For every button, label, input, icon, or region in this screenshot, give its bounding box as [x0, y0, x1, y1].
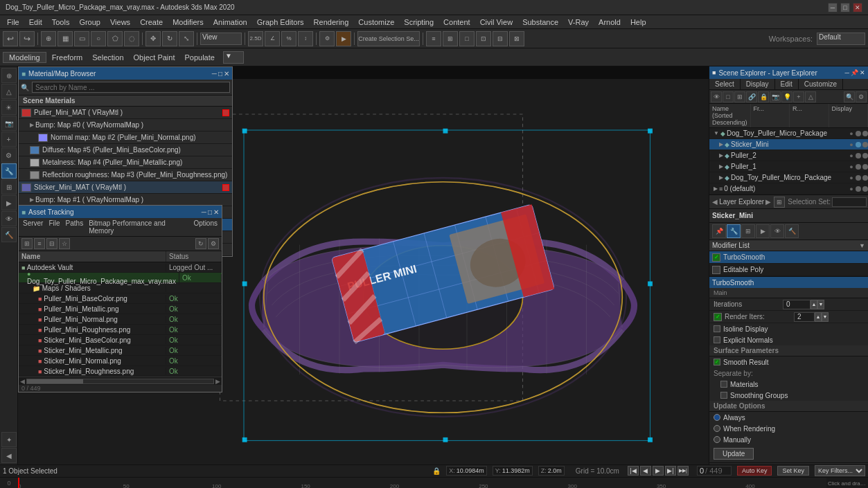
mode-modeling[interactable]: Modeling	[3, 52, 46, 63]
se-icon-box[interactable]: □	[723, 91, 734, 102]
spinner-snap-button[interactable]: ↕	[298, 31, 313, 46]
sidebar-lights-icon[interactable]: ☀	[1, 100, 17, 115]
rp-icon-pin[interactable]: 📌	[712, 224, 726, 238]
sidebar-select-icon[interactable]: ⊕	[1, 68, 17, 83]
play-btn[interactable]: ▶	[653, 466, 664, 476]
sidebar-hierarchy-icon[interactable]: ⊞	[1, 179, 17, 195]
tree-row-root[interactable]: ▼ ◆ Dog_Toy_Puller_Micro_Package ●	[709, 128, 868, 139]
mode-populate[interactable]: Populate	[180, 53, 218, 62]
materials-check[interactable]	[720, 381, 727, 388]
workspaces-dropdown[interactable]: Default	[817, 33, 865, 45]
at-row-tex-4[interactable]: ■ Puller_Mini_Roughness.png Ok	[19, 325, 222, 335]
menu-views[interactable]: Views	[106, 17, 134, 27]
sidebar-camera-icon[interactable]: 📷	[1, 116, 17, 131]
at-row-maxfile[interactable]: ● Dog_Toy_Puller_Micro_Package_max_vray.…	[19, 273, 222, 283]
obj-button-3[interactable]: ⊟	[493, 31, 508, 46]
smoothing-groups-check[interactable]	[720, 392, 727, 399]
menu-help[interactable]: Help	[626, 17, 650, 27]
timeline-bar[interactable]: 0 50 100 150 200 250 300 350 400	[18, 478, 826, 488]
tab-display[interactable]: Display	[741, 79, 775, 89]
close-button[interactable]: ✕	[853, 3, 862, 12]
layer-explorer-icon[interactable]: ⊞	[774, 197, 785, 208]
scene-manager-button[interactable]: ⊞	[443, 31, 458, 46]
tree-row-pkg[interactable]: ▶ ◆ Dog_Toy_Puller_Micro_Package ●	[709, 172, 868, 183]
search-input[interactable]	[32, 82, 230, 93]
when-rendering-radio[interactable]	[714, 425, 720, 432]
goto-end-btn[interactable]: ▶▶|	[677, 466, 689, 476]
asset-close[interactable]: ✕	[213, 208, 219, 216]
layer-explorer-nav-right[interactable]: ▶	[764, 198, 772, 206]
mod-turbosmooth[interactable]: ✓ TurboSmooth	[709, 251, 868, 264]
sidebar-shapes-icon[interactable]: △	[1, 84, 17, 99]
select-region-lasso[interactable]: ◌	[124, 31, 139, 46]
tab-customize[interactable]: Customize	[799, 79, 843, 89]
se-icon-camera[interactable]: 📷	[770, 91, 781, 102]
sticker-mat-item[interactable]: Sticker_Mini_MAT ( VRayMtl )	[19, 181, 232, 194]
se-icon-helper[interactable]: +	[793, 91, 804, 102]
at-menu-paths[interactable]: Paths	[66, 219, 84, 235]
puller-mat-item[interactable]: Puller_Mini_MAT ( VRayMtl )	[19, 107, 232, 119]
menu-modifiers[interactable]: Modifiers	[168, 17, 208, 27]
create-selection-set-button[interactable]: Create Selection Se...	[357, 31, 420, 46]
render-iters-spindown[interactable]: ▼	[822, 312, 829, 322]
scene-explorer-close[interactable]: ✕	[860, 69, 865, 76]
mode-selection[interactable]: Selection	[88, 53, 127, 62]
menu-vray[interactable]: V-Ray	[564, 17, 593, 27]
select-move-button[interactable]: ✥	[145, 31, 161, 46]
puller-bump-item[interactable]: ▶ Bump: Map #0 ( VRayNormalMap )	[19, 119, 232, 132]
at-menu-bitmap[interactable]: Bitmap Performance and Memory	[89, 219, 188, 235]
menu-graph-editors[interactable]: Graph Editors	[253, 17, 308, 27]
puller-rough-item[interactable]: Reflection roughness: Map #3 (Puller_Min…	[19, 169, 232, 181]
reference-coord-dropdown[interactable]: View	[200, 33, 242, 45]
rp-icon-motion[interactable]: ▶	[756, 224, 770, 238]
asset-minimize[interactable]: ─	[202, 208, 206, 216]
set-key-btn[interactable]: Set Key	[777, 466, 809, 476]
obj-button-2[interactable]: ⊡	[476, 31, 491, 46]
se-icon-link[interactable]: 🔗	[746, 91, 757, 102]
manually-radio[interactable]	[714, 436, 720, 443]
at-icon-settings[interactable]: ⚙	[208, 238, 219, 249]
key-filters-dropdown[interactable]: Key Filters...	[815, 465, 865, 476]
render-setup-button[interactable]: ⚙	[319, 31, 335, 46]
iterations-spindown[interactable]: ▼	[817, 300, 824, 309]
sidebar-modify-icon[interactable]: 🔧	[1, 163, 17, 179]
at-scroll-track[interactable]	[26, 379, 214, 384]
menu-tools[interactable]: Tools	[48, 17, 74, 27]
render-button[interactable]: ▶	[336, 31, 351, 46]
at-menu-server[interactable]: Server	[23, 219, 43, 235]
mod-check-ep[interactable]	[712, 266, 720, 274]
se-icon-shape[interactable]: △	[805, 91, 816, 102]
render-iters-check[interactable]: ✓	[714, 313, 722, 321]
sidebar-systems-icon[interactable]: ⚙	[1, 147, 17, 163]
menu-create[interactable]: Create	[136, 17, 167, 27]
sidebar-create-icon[interactable]: ✦	[1, 432, 17, 447]
select-region-rect[interactable]: ▭	[74, 31, 89, 46]
menu-file[interactable]: File	[3, 17, 24, 27]
at-icon-refresh[interactable]: ↻	[195, 238, 206, 249]
at-row-tex-8[interactable]: ■ Sticker_Mini_Roughness.png Ok	[19, 366, 222, 377]
at-icon-4[interactable]: ☆	[59, 238, 70, 249]
iterations-value[interactable]: 0	[783, 300, 811, 309]
undo-button[interactable]: ↩	[3, 31, 18, 46]
at-row-tex-2[interactable]: ■ Puller_Mini_Metallic.png Ok	[19, 304, 222, 314]
isoline-check[interactable]	[714, 325, 720, 332]
puller-metal-item[interactable]: Metalness: Map #4 (Puller_Mini_Metallic.…	[19, 156, 232, 169]
at-scroll-thumb[interactable]	[27, 379, 83, 383]
scene-explorer-minimize[interactable]: ─	[845, 69, 849, 76]
at-icon-1[interactable]: ⊞	[21, 238, 33, 249]
menu-scripting[interactable]: Scripting	[400, 17, 438, 27]
select-scale-button[interactable]: ⤡	[179, 31, 194, 46]
at-row-tex-7[interactable]: ■ Sticker_Mini_Normal.png Ok	[19, 356, 222, 366]
asset-maximize[interactable]: □	[208, 208, 212, 216]
puller-diffuse-item[interactable]: Diffuse: Map #5 (Puller_Mini_BaseColor.p…	[19, 144, 232, 156]
prev-frame-btn[interactable]: ◀	[640, 466, 651, 476]
select-region-circle[interactable]: ○	[91, 31, 106, 46]
viewport-area[interactable]: ■ Material/Map Browser ─ □ ✕ 🔍 Scene Mat…	[18, 66, 709, 464]
menu-animation[interactable]: Animation	[209, 17, 251, 27]
se-icon-eye[interactable]: 👁	[711, 91, 722, 102]
sidebar-motion-icon[interactable]: ▶	[1, 195, 17, 210]
next-frame-btn[interactable]: ▶|	[665, 466, 676, 476]
goto-start-btn[interactable]: |◀	[628, 466, 639, 476]
at-row-tex-1[interactable]: ■ Puller_Mini_BaseColor.png Ok	[19, 293, 222, 304]
material-browser-titlebar[interactable]: ■ Material/Map Browser ─ □ ✕	[19, 67, 232, 80]
